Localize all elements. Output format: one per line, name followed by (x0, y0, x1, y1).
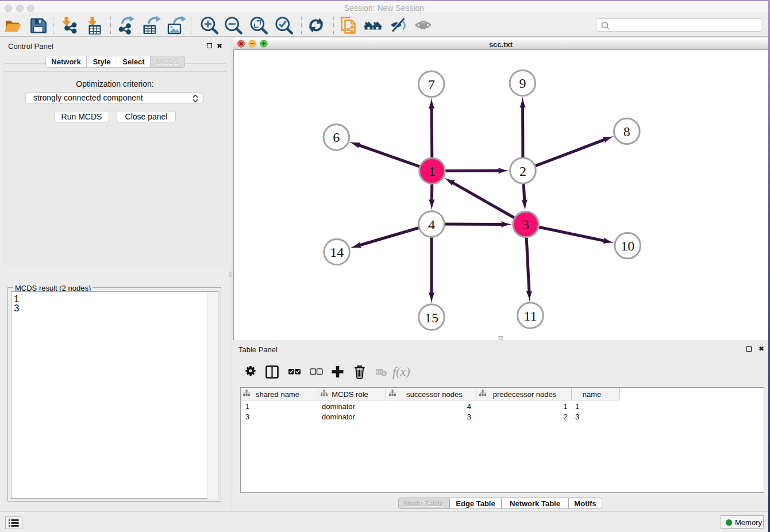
svg-text:6: 6 (333, 130, 340, 145)
svg-text:4: 4 (428, 217, 435, 232)
svg-text:dominator: dominator (322, 413, 355, 421)
svg-text:14: 14 (330, 245, 344, 260)
svg-text:shared name: shared name (256, 390, 299, 399)
svg-text:10: 10 (621, 238, 634, 253)
svg-text:2: 2 (563, 413, 567, 421)
svg-text:3: 3 (522, 217, 529, 232)
svg-text:15: 15 (425, 310, 438, 325)
svg-text:f(x): f(x) (392, 364, 410, 379)
svg-text:3: 3 (245, 413, 249, 421)
svg-text:9: 9 (519, 76, 526, 91)
svg-text:MCDS role: MCDS role (332, 390, 368, 399)
svg-text:1: 1 (563, 402, 567, 411)
svg-text:1: 1 (429, 164, 436, 179)
svg-text:name: name (582, 390, 601, 399)
svg-text:11: 11 (523, 309, 537, 323)
svg-text:successor nodes: successor nodes (406, 390, 463, 399)
svg-text:predecessor nodes: predecessor nodes (492, 390, 556, 399)
svg-text:3: 3 (467, 413, 471, 421)
svg-text:7: 7 (428, 77, 435, 92)
svg-text:1: 1 (245, 402, 249, 411)
svg-text:dominator: dominator (322, 402, 355, 411)
svg-text:4: 4 (467, 402, 471, 411)
svg-text:1: 1 (575, 402, 579, 411)
svg-text:3: 3 (575, 413, 579, 421)
svg-text:8: 8 (623, 124, 630, 139)
svg-text:2: 2 (519, 164, 526, 179)
